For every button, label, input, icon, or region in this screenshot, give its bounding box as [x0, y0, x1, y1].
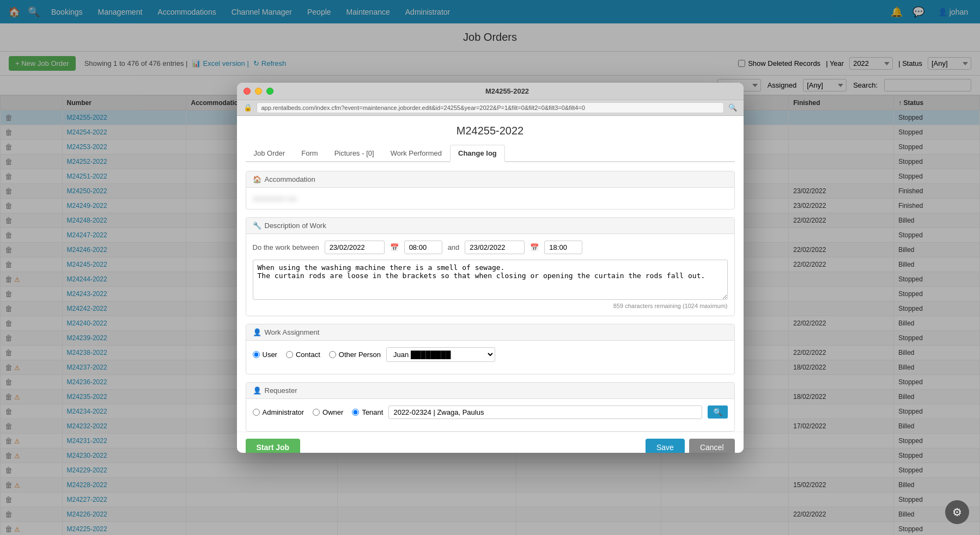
- description-textarea[interactable]: When using the washing machine there is …: [253, 260, 728, 300]
- work-assignment-body: User Contact Other Person Juan ████████: [246, 341, 734, 374]
- wrench-icon: 🔧: [253, 222, 261, 230]
- address-input[interactable]: [257, 102, 724, 113]
- assignment-user-option[interactable]: User: [253, 350, 277, 359]
- house-icon: 🏠: [253, 175, 261, 183]
- requester-tenant-option[interactable]: Tenant: [352, 408, 383, 416]
- assignment-contact-radio[interactable]: [286, 351, 293, 358]
- assignment-row: User Contact Other Person Juan ████████: [253, 347, 728, 362]
- and-label: and: [448, 243, 460, 251]
- modal-footer: Start Job Save Cancel: [237, 432, 744, 453]
- tab-job-order[interactable]: Job Order: [246, 145, 294, 162]
- assignment-contact-option[interactable]: Contact: [286, 350, 320, 359]
- do-work-between-label: Do the work between: [253, 243, 319, 251]
- requester-search-button[interactable]: 🔍: [708, 405, 728, 419]
- work-assignment-section: 👤 Work Assignment User Contact: [246, 324, 735, 374]
- requester-admin-option[interactable]: Administrator: [253, 408, 305, 416]
- chars-remaining: 859 characters remaining (1024 maximum): [253, 303, 728, 309]
- modal-titlebar: M24255-2022: [237, 83, 744, 100]
- requester-admin-radio[interactable]: [253, 409, 260, 416]
- calendar-to-icon[interactable]: 📅: [530, 243, 539, 251]
- modal-title: M24255-2022: [278, 87, 737, 95]
- calendar-from-icon[interactable]: 📅: [390, 243, 399, 251]
- requester-owner-option[interactable]: Owner: [313, 408, 343, 416]
- start-job-button[interactable]: Start Job: [246, 439, 301, 453]
- requester-section: 👤 Requester Administrator Owner: [246, 382, 735, 432]
- record-title: M24255-2022: [246, 125, 735, 137]
- requester-section-body: Administrator Owner Tenant 🔍: [246, 399, 734, 431]
- assignment-other-option[interactable]: Other Person: [329, 350, 381, 359]
- description-section-body: Do the work between 📅 and 📅 When using t…: [246, 234, 734, 316]
- date-range-row: Do the work between 📅 and 📅: [253, 241, 728, 254]
- accommodation-section-header: 🏠 Accommodation: [246, 171, 734, 188]
- date-to-input[interactable]: [465, 241, 525, 254]
- requester-search-input[interactable]: [388, 405, 702, 419]
- date-from-input[interactable]: [325, 241, 385, 254]
- modal-overlay: M24255-2022 🔒 🔍 M24255-2022 Job Order Fo…: [0, 0, 980, 535]
- requester-row: Administrator Owner Tenant 🔍: [253, 405, 728, 419]
- description-section: 🔧 Description of Work Do the work betwee…: [246, 217, 735, 316]
- lock-icon: 🔒: [244, 103, 252, 112]
- modal-body: M24255-2022 Job Order Form Pictures - [0…: [237, 116, 744, 432]
- tool-icon[interactable]: ⚙: [945, 500, 969, 524]
- close-button[interactable]: [244, 88, 251, 95]
- assignee-dropdown[interactable]: Juan ████████: [386, 347, 495, 362]
- time-to-input[interactable]: [544, 241, 582, 254]
- tab-pictures[interactable]: Pictures - [0]: [326, 145, 382, 162]
- requester-section-header: 👤 Requester: [246, 383, 734, 399]
- accommodation-section-body: xxxxxxxxxx xxx: [246, 188, 734, 209]
- save-button[interactable]: Save: [646, 439, 685, 453]
- tab-form[interactable]: Form: [293, 145, 326, 162]
- time-from-input[interactable]: [404, 241, 442, 254]
- cancel-button[interactable]: Cancel: [689, 439, 735, 453]
- maximize-button[interactable]: [266, 88, 273, 95]
- tab-work-performed[interactable]: Work Performed: [382, 145, 450, 162]
- tabs-bar: Job Order Form Pictures - [0] Work Perfo…: [246, 145, 735, 162]
- accommodation-section: 🏠 Accommodation xxxxxxxxxx xxx: [246, 171, 735, 210]
- assignment-other-radio[interactable]: [329, 351, 336, 358]
- accommodation-value: xxxxxxxxxx xxx: [253, 195, 297, 202]
- work-assignment-header: 👤 Work Assignment: [246, 324, 734, 341]
- assignment-user-radio[interactable]: [253, 351, 260, 358]
- modal-window: M24255-2022 🔒 🔍 M24255-2022 Job Order Fo…: [237, 83, 744, 453]
- requester-radio-group: Administrator Owner Tenant: [253, 408, 384, 416]
- tab-change-log[interactable]: Change log: [450, 145, 505, 162]
- requester-owner-radio[interactable]: [313, 409, 320, 416]
- description-section-header: 🔧 Description of Work: [246, 218, 734, 234]
- requester-icon: 👤: [253, 386, 261, 395]
- modal-address-bar: 🔒 🔍: [237, 100, 744, 116]
- address-search-icon[interactable]: 🔍: [728, 103, 737, 112]
- minimize-button[interactable]: [255, 88, 262, 95]
- assignment-radio-group: User Contact Other Person: [253, 350, 381, 359]
- assignment-icon: 👤: [253, 328, 261, 336]
- requester-tenant-radio[interactable]: [352, 409, 359, 416]
